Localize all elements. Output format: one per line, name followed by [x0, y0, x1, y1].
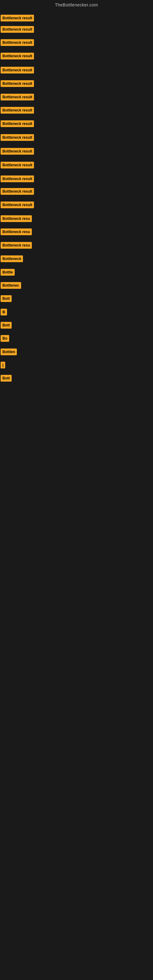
page-container: TheBottlenecker.com Bottleneck resultBot… — [0, 0, 153, 980]
bottleneck-badge-1[interactable]: Bottleneck result — [1, 15, 34, 21]
bottleneck-badge-12[interactable]: Bottleneck result — [1, 162, 34, 169]
bottleneck-badge-24[interactable]: Bott — [1, 322, 12, 329]
bottleneck-badge-26[interactable]: Bottlen — [1, 348, 17, 355]
bottleneck-badge-16[interactable]: Bottleneck resu — [1, 215, 32, 222]
bottleneck-badge-5[interactable]: Bottleneck result — [1, 67, 34, 73]
bottleneck-badge-19[interactable]: Bottleneck — [1, 255, 23, 262]
bottleneck-badge-27[interactable]: | — [1, 362, 5, 368]
bottleneck-badge-23[interactable]: B — [1, 309, 7, 315]
bottleneck-badge-10[interactable]: Bottleneck result — [1, 134, 34, 141]
site-title: TheBottlenecker.com — [0, 0, 153, 9]
bottleneck-badge-20[interactable]: Bottle — [1, 269, 15, 275]
bottleneck-badge-18[interactable]: Bottleneck resu — [1, 242, 32, 249]
bottleneck-badge-25[interactable]: Bo — [1, 335, 9, 342]
bottleneck-badge-21[interactable]: Bottlenec — [1, 282, 21, 289]
bottleneck-badge-11[interactable]: Bottleneck result — [1, 148, 34, 155]
bottleneck-badge-4[interactable]: Bottleneck result — [1, 52, 34, 59]
bottleneck-badge-7[interactable]: Bottleneck result — [1, 94, 34, 100]
bottleneck-badge-15[interactable]: Bottleneck result — [1, 202, 34, 208]
bottleneck-badge-9[interactable]: Bottleneck result — [1, 120, 34, 127]
bottleneck-badge-8[interactable]: Bottleneck result — [1, 107, 34, 114]
bottleneck-badge-22[interactable]: Bott — [1, 295, 12, 302]
bottleneck-badge-17[interactable]: Bottleneck resu — [1, 229, 32, 235]
bottleneck-badge-13[interactable]: Bottleneck result — [1, 175, 34, 182]
bottleneck-badge-28[interactable]: Bott — [1, 375, 12, 382]
bottleneck-badge-3[interactable]: Bottleneck result — [1, 39, 34, 46]
bottleneck-badge-2[interactable]: Bottleneck result — [1, 26, 34, 33]
bottleneck-badge-6[interactable]: Bottleneck result — [1, 80, 34, 87]
bottleneck-badge-14[interactable]: Bottleneck result — [1, 188, 34, 195]
